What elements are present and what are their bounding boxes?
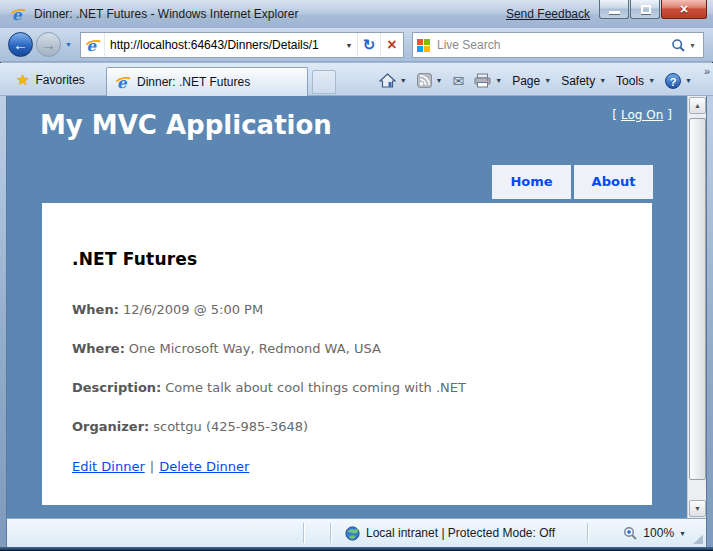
safety-menu[interactable]: Safety▼ <box>556 68 611 93</box>
history-dropdown[interactable]: ▼ <box>65 41 72 48</box>
address-dropdown-icon[interactable]: ▼ <box>341 42 357 49</box>
logon-link[interactable]: Log On <box>621 108 663 122</box>
help-menu[interactable]: ? ▼ <box>660 68 697 93</box>
read-mail-button[interactable]: ✉ <box>448 68 470 93</box>
title-bar: e Dinner: .NET Futures - Windows Interne… <box>0 0 713 28</box>
close-button[interactable]: × <box>661 0 707 19</box>
logon-display: [Log On] <box>612 108 672 122</box>
delete-dinner-link[interactable]: Delete Dinner <box>159 459 249 474</box>
send-feedback-link[interactable]: Send Feedback <box>506 7 590 21</box>
ie-logo-icon: e <box>10 6 26 22</box>
zoom-control[interactable]: 100% ▼ <box>623 519 686 547</box>
maximize-button[interactable] <box>630 0 660 19</box>
browser-window: e Dinner: .NET Futures - Windows Interne… <box>0 0 713 551</box>
window-frame-left <box>0 96 7 547</box>
content-panel: .NET Futures When:12/6/2009 @ 5:00 PM Wh… <box>42 203 652 505</box>
tab-title: Dinner: .NET Futures <box>137 75 250 89</box>
url-text[interactable]: http://localhost:64643/Dinners/Details/1 <box>105 38 341 52</box>
feeds-button[interactable]: ▼ <box>412 68 448 93</box>
home-icon <box>379 73 396 88</box>
new-tab-button[interactable] <box>312 70 336 94</box>
status-bar: Local intranet | Protected Mode: Off 100… <box>7 518 706 547</box>
zoom-magnifier-icon <box>623 526 638 541</box>
favorites-star-icon: ★ <box>16 71 29 89</box>
site-menu: Home About <box>492 165 653 199</box>
detail-organizer: Organizer:scottgu (425-985-3648) <box>72 420 622 434</box>
live-search-icon <box>417 39 430 52</box>
home-button[interactable]: ▼ <box>374 68 412 93</box>
tab-favicon: e <box>115 74 131 90</box>
forward-button[interactable]: → <box>36 32 61 57</box>
favorites-label: Favorites <box>35 73 84 87</box>
scroll-up-button[interactable]: ▲ <box>689 97 706 114</box>
page-viewport: My MVC Application [Log On] Home About .… <box>7 96 706 518</box>
print-button[interactable]: ▼ <box>469 68 507 93</box>
detail-when: When:12/6/2009 @ 5:00 PM <box>72 303 622 317</box>
action-links: Edit Dinner|Delete Dinner <box>72 459 622 474</box>
zoom-dropdown-icon[interactable]: ▼ <box>679 530 686 537</box>
edit-dinner-link[interactable]: Edit Dinner <box>72 459 145 474</box>
minimize-button[interactable] <box>599 0 629 19</box>
navigation-bar: ← → ▼ e http://localhost:64643/Dinners/D… <box>0 28 713 62</box>
printer-icon <box>474 73 491 88</box>
zoom-level: 100% <box>643 526 674 540</box>
intranet-globe-icon <box>345 526 360 541</box>
window-frame-bottom <box>0 547 713 551</box>
resize-grip[interactable] <box>693 534 703 544</box>
toolbar-overflow-chevron[interactable]: » <box>704 65 710 77</box>
detail-description: Description:Come talk about cool things … <box>72 381 622 395</box>
detail-where: Where:One Microsoft Way, Redmond WA, USA <box>72 342 622 356</box>
scroll-down-button[interactable]: ▼ <box>689 500 706 517</box>
page-icon[interactable]: e <box>81 33 105 57</box>
search-dropdown-icon[interactable]: ▼ <box>686 42 699 49</box>
menu-item-about[interactable]: About <box>574 165 653 199</box>
tab-command-bar: ★ Favorites e Dinner: .NET Futures ▼ ▼ ✉… <box>0 63 713 96</box>
command-bar: ▼ ▼ ✉ ▼ Page▼ Safety▼ Tools▼ <box>374 67 697 94</box>
forward-arrow-icon: → <box>41 36 56 53</box>
menu-item-home[interactable]: Home <box>492 165 571 199</box>
search-box[interactable]: Live Search ▼ <box>412 32 704 58</box>
minimize-icon <box>609 11 620 14</box>
page-menu[interactable]: Page▼ <box>507 68 556 93</box>
mail-icon: ✉ <box>453 73 465 89</box>
window-frame-right <box>706 96 713 547</box>
tools-menu[interactable]: Tools▼ <box>611 68 660 93</box>
address-bar[interactable]: e http://localhost:64643/Dinners/Details… <box>80 32 404 58</box>
scrollbar-thumb[interactable] <box>689 118 706 480</box>
rss-icon <box>417 73 432 88</box>
site-title: My MVC Application <box>40 110 332 140</box>
help-icon: ? <box>665 73 681 89</box>
dinner-title: .NET Futures <box>72 249 622 269</box>
window-title: Dinner: .NET Futures - Windows Internet … <box>34 7 506 21</box>
search-magnifier-icon[interactable] <box>671 38 686 53</box>
stop-button[interactable]: × <box>380 33 403 57</box>
maximize-icon <box>641 5 651 14</box>
back-arrow-icon: ← <box>13 36 28 53</box>
back-button[interactable]: ← <box>8 32 33 57</box>
security-zone: Local intranet | Protected Mode: Off <box>345 519 555 547</box>
close-icon: × <box>662 0 706 18</box>
vertical-scrollbar[interactable]: ▲ ▼ <box>687 96 706 518</box>
zone-text: Local intranet | Protected Mode: Off <box>366 526 555 540</box>
window-controls: × <box>598 0 707 19</box>
favorites-button[interactable]: ★ Favorites <box>10 67 102 92</box>
browser-tab[interactable]: e Dinner: .NET Futures <box>106 67 308 96</box>
refresh-button[interactable]: ↻ <box>357 33 380 57</box>
search-input[interactable]: Live Search <box>430 38 671 52</box>
